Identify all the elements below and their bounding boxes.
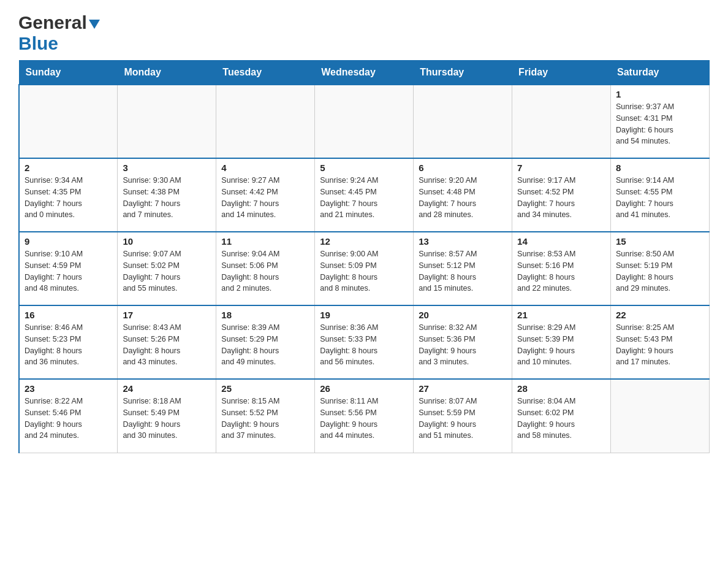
calendar-cell: 15Sunrise: 8:50 AM Sunset: 5:19 PM Dayli… — [611, 232, 710, 305]
day-info: Sunrise: 8:04 AM Sunset: 6:02 PM Dayligh… — [517, 396, 605, 442]
calendar-week-2: 2Sunrise: 9:34 AM Sunset: 4:35 PM Daylig… — [19, 158, 710, 232]
day-info: Sunrise: 8:43 AM Sunset: 5:26 PM Dayligh… — [123, 322, 211, 368]
day-number: 23 — [25, 383, 112, 394]
day-number: 19 — [320, 310, 408, 320]
weekday-header-saturday: Saturday — [611, 61, 710, 85]
calendar-cell: 1Sunrise: 9:37 AM Sunset: 4:31 PM Daylig… — [611, 85, 710, 158]
day-info: Sunrise: 8:29 AM Sunset: 5:39 PM Dayligh… — [517, 322, 605, 368]
calendar-cell: 8Sunrise: 9:14 AM Sunset: 4:55 PM Daylig… — [611, 158, 710, 232]
day-info: Sunrise: 8:15 AM Sunset: 5:52 PM Dayligh… — [221, 396, 309, 442]
calendar-cell — [216, 85, 315, 158]
day-number: 5 — [320, 163, 408, 173]
day-info: Sunrise: 9:37 AM Sunset: 4:31 PM Dayligh… — [616, 101, 704, 147]
calendar-cell: 14Sunrise: 8:53 AM Sunset: 5:16 PM Dayli… — [512, 232, 611, 305]
calendar-body: 1Sunrise: 9:37 AM Sunset: 4:31 PM Daylig… — [19, 85, 710, 453]
calendar-week-3: 9Sunrise: 9:10 AM Sunset: 4:59 PM Daylig… — [19, 232, 710, 305]
day-number: 15 — [616, 236, 704, 247]
weekday-header-sunday: Sunday — [19, 61, 118, 85]
day-info: Sunrise: 8:07 AM Sunset: 5:59 PM Dayligh… — [419, 396, 507, 442]
calendar-cell: 21Sunrise: 8:29 AM Sunset: 5:39 PM Dayli… — [512, 305, 611, 379]
calendar-cell — [19, 85, 118, 158]
calendar-cell — [315, 85, 414, 158]
logo-triangle-icon — [89, 20, 100, 29]
calendar-cell: 27Sunrise: 8:07 AM Sunset: 5:59 PM Dayli… — [414, 379, 512, 453]
day-info: Sunrise: 8:36 AM Sunset: 5:33 PM Dayligh… — [320, 322, 408, 368]
day-info: Sunrise: 9:00 AM Sunset: 5:09 PM Dayligh… — [320, 248, 408, 294]
calendar-cell: 16Sunrise: 8:46 AM Sunset: 5:23 PM Dayli… — [19, 305, 118, 379]
calendar-cell: 17Sunrise: 8:43 AM Sunset: 5:26 PM Dayli… — [118, 305, 216, 379]
logo-general-text: General — [18, 12, 87, 33]
calendar-cell: 19Sunrise: 8:36 AM Sunset: 5:33 PM Dayli… — [315, 305, 414, 379]
calendar-cell: 20Sunrise: 8:32 AM Sunset: 5:36 PM Dayli… — [414, 305, 512, 379]
day-info: Sunrise: 9:17 AM Sunset: 4:52 PM Dayligh… — [517, 175, 605, 221]
calendar-cell: 5Sunrise: 9:24 AM Sunset: 4:45 PM Daylig… — [315, 158, 414, 232]
day-number: 1 — [616, 89, 704, 99]
calendar-cell: 3Sunrise: 9:30 AM Sunset: 4:38 PM Daylig… — [118, 158, 216, 232]
day-info: Sunrise: 9:24 AM Sunset: 4:45 PM Dayligh… — [320, 175, 408, 221]
weekday-header-thursday: Thursday — [414, 61, 512, 85]
day-number: 10 — [123, 236, 211, 247]
weekday-header-row: SundayMondayTuesdayWednesdayThursdayFrid… — [19, 61, 710, 85]
calendar-cell: 10Sunrise: 9:07 AM Sunset: 5:02 PM Dayli… — [118, 232, 216, 305]
day-number: 3 — [123, 163, 211, 173]
day-number: 22 — [616, 310, 704, 320]
day-number: 13 — [419, 236, 507, 247]
day-info: Sunrise: 8:32 AM Sunset: 5:36 PM Dayligh… — [419, 322, 507, 368]
day-info: Sunrise: 8:25 AM Sunset: 5:43 PM Dayligh… — [616, 322, 704, 368]
day-info: Sunrise: 8:53 AM Sunset: 5:16 PM Dayligh… — [517, 248, 605, 294]
day-number: 25 — [221, 383, 309, 394]
day-info: Sunrise: 9:30 AM Sunset: 4:38 PM Dayligh… — [123, 175, 211, 221]
day-info: Sunrise: 8:57 AM Sunset: 5:12 PM Dayligh… — [419, 248, 507, 294]
day-info: Sunrise: 9:14 AM Sunset: 4:55 PM Dayligh… — [616, 175, 704, 221]
calendar-cell: 25Sunrise: 8:15 AM Sunset: 5:52 PM Dayli… — [216, 379, 315, 453]
day-info: Sunrise: 9:34 AM Sunset: 4:35 PM Dayligh… — [25, 175, 112, 221]
day-info: Sunrise: 8:22 AM Sunset: 5:46 PM Dayligh… — [25, 396, 112, 442]
day-info: Sunrise: 8:50 AM Sunset: 5:19 PM Dayligh… — [616, 248, 704, 294]
calendar-cell: 24Sunrise: 8:18 AM Sunset: 5:49 PM Dayli… — [118, 379, 216, 453]
day-number: 28 — [517, 383, 605, 394]
day-number: 17 — [123, 310, 211, 320]
weekday-header-friday: Friday — [512, 61, 611, 85]
calendar-cell — [512, 85, 611, 158]
day-number: 11 — [221, 236, 309, 247]
day-number: 27 — [419, 383, 507, 394]
day-number: 8 — [616, 163, 704, 173]
calendar-cell: 9Sunrise: 9:10 AM Sunset: 4:59 PM Daylig… — [19, 232, 118, 305]
day-info: Sunrise: 8:46 AM Sunset: 5:23 PM Dayligh… — [25, 322, 112, 368]
calendar-cell: 2Sunrise: 9:34 AM Sunset: 4:35 PM Daylig… — [19, 158, 118, 232]
calendar-cell — [414, 85, 512, 158]
day-number: 6 — [419, 163, 507, 173]
day-number: 12 — [320, 236, 408, 247]
calendar-cell: 4Sunrise: 9:27 AM Sunset: 4:42 PM Daylig… — [216, 158, 315, 232]
day-number: 20 — [419, 310, 507, 320]
day-info: Sunrise: 9:04 AM Sunset: 5:06 PM Dayligh… — [221, 248, 309, 294]
weekday-header-tuesday: Tuesday — [216, 61, 315, 85]
calendar-cell — [611, 379, 710, 453]
day-number: 4 — [221, 163, 309, 173]
calendar-cell: 6Sunrise: 9:20 AM Sunset: 4:48 PM Daylig… — [414, 158, 512, 232]
weekday-header-wednesday: Wednesday — [315, 61, 414, 85]
calendar-cell: 26Sunrise: 8:11 AM Sunset: 5:56 PM Dayli… — [315, 379, 414, 453]
day-number: 16 — [25, 310, 112, 320]
day-info: Sunrise: 8:18 AM Sunset: 5:49 PM Dayligh… — [123, 396, 211, 442]
calendar-cell: 18Sunrise: 8:39 AM Sunset: 5:29 PM Dayli… — [216, 305, 315, 379]
day-info: Sunrise: 8:11 AM Sunset: 5:56 PM Dayligh… — [320, 396, 408, 442]
page-header: General Blue — [18, 12, 710, 54]
weekday-header-monday: Monday — [118, 61, 216, 85]
day-info: Sunrise: 9:10 AM Sunset: 4:59 PM Dayligh… — [25, 248, 112, 294]
day-number: 14 — [517, 236, 605, 247]
day-number: 9 — [25, 236, 112, 247]
calendar-cell: 22Sunrise: 8:25 AM Sunset: 5:43 PM Dayli… — [611, 305, 710, 379]
calendar-week-1: 1Sunrise: 9:37 AM Sunset: 4:31 PM Daylig… — [19, 85, 710, 158]
logo: General Blue — [18, 12, 100, 54]
day-info: Sunrise: 9:27 AM Sunset: 4:42 PM Dayligh… — [221, 175, 309, 221]
calendar-week-4: 16Sunrise: 8:46 AM Sunset: 5:23 PM Dayli… — [19, 305, 710, 379]
day-number: 26 — [320, 383, 408, 394]
calendar-cell: 11Sunrise: 9:04 AM Sunset: 5:06 PM Dayli… — [216, 232, 315, 305]
calendar-cell: 7Sunrise: 9:17 AM Sunset: 4:52 PM Daylig… — [512, 158, 611, 232]
day-number: 24 — [123, 383, 211, 394]
day-info: Sunrise: 8:39 AM Sunset: 5:29 PM Dayligh… — [221, 322, 309, 368]
calendar-cell: 12Sunrise: 9:00 AM Sunset: 5:09 PM Dayli… — [315, 232, 414, 305]
day-number: 7 — [517, 163, 605, 173]
calendar-cell: 23Sunrise: 8:22 AM Sunset: 5:46 PM Dayli… — [19, 379, 118, 453]
